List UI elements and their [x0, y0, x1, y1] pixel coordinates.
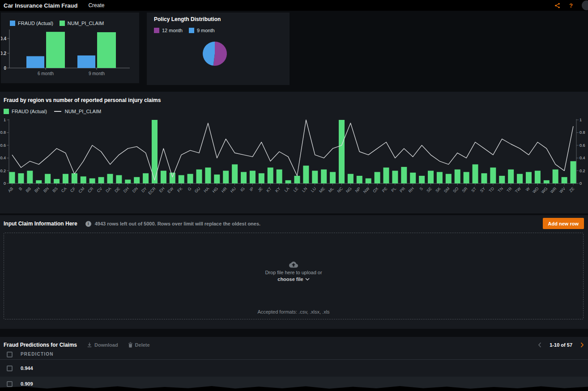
accepted-formats-text: Accepted formats: .csv, .xlsx, .xls	[4, 309, 583, 314]
svg-text:PE: PE	[381, 186, 388, 193]
svg-text:G: G	[187, 186, 192, 191]
predictions-toolbar: Fraud Predictions for Claims Download De…	[0, 340, 588, 350]
prev-page-button[interactable]	[538, 342, 541, 348]
svg-text:DH: DH	[123, 186, 130, 193]
svg-text:ECR: ECR	[147, 186, 157, 196]
svg-text:9 month: 9 month	[89, 71, 105, 76]
pie-chart-title: Policy Length Distribution	[154, 16, 221, 22]
numpiclaim-swatch	[60, 21, 65, 26]
add-new-row-button[interactable]: Add new row	[543, 218, 584, 229]
svg-text:EW: EW	[166, 186, 175, 194]
legend-label: NUM_PI_CLAIM	[68, 21, 104, 26]
svg-text:IG: IG	[239, 186, 246, 192]
fraud-swatch	[4, 109, 9, 114]
table-row: 0.944	[0, 360, 588, 377]
svg-text:KT: KT	[265, 186, 273, 193]
region-chart-title: Fraud by region vs number of reported pe…	[4, 97, 161, 103]
svg-text:0.4: 0.4	[1, 36, 6, 41]
svg-text:KY: KY	[274, 186, 281, 193]
svg-text:1: 1	[4, 118, 6, 122]
line-swatch	[54, 111, 61, 112]
minibar-legend: FRAUD (Actual) NUM_PI_CLAIM	[10, 21, 107, 26]
svg-text:0.4: 0.4	[0, 156, 6, 160]
input-section-title: Input Claim Information Here	[4, 221, 77, 227]
legend-item-fraud: FRAUD (Actual)	[10, 21, 53, 26]
trash-icon	[128, 342, 133, 348]
rows-left-text: 4943 rows left out of 5000. Rows over li…	[95, 221, 260, 226]
svg-text:LE: LE	[293, 186, 299, 193]
pie-chart	[147, 38, 290, 84]
svg-text:CM: CM	[78, 186, 85, 194]
svg-text:0.8: 0.8	[579, 130, 585, 135]
svg-text:W: W	[525, 186, 531, 192]
svg-text:0.4: 0.4	[579, 156, 585, 160]
pie-legend: 12 month 9 month	[154, 28, 218, 33]
svg-text:0.6: 0.6	[579, 143, 585, 148]
svg-text:BS: BS	[51, 186, 59, 193]
legend-item-12month: 12 month	[154, 28, 183, 33]
svg-text:JE: JE	[257, 186, 264, 193]
svg-text:HA: HA	[203, 186, 210, 193]
legend-item-numpiclaim: NUM_PI_CLAIM	[53, 109, 101, 114]
prediction-value: 0.944	[21, 366, 33, 371]
chevron-left-icon	[538, 342, 541, 348]
legend-item-numpiclaim: NUM_PI_CLAIM	[60, 21, 104, 26]
svg-text:DN: DN	[132, 186, 139, 193]
svg-text:TW: TW	[514, 186, 522, 194]
svg-text:6 month: 6 month	[38, 71, 54, 76]
svg-text:0: 0	[4, 66, 6, 71]
menu-create[interactable]: Create	[88, 2, 104, 8]
choose-file-label: choose file	[277, 276, 303, 282]
svg-text:TR: TR	[506, 186, 513, 193]
svg-text:0.6: 0.6	[0, 143, 6, 148]
svg-text:BN: BN	[43, 186, 50, 193]
choose-file-link[interactable]: choose file	[277, 276, 309, 282]
input-info-row: Input Claim Information Here i 4943 rows…	[4, 221, 260, 227]
legend-label: FRAUD (Actual)	[12, 109, 47, 114]
svg-text:CV: CV	[96, 186, 103, 193]
share-icon[interactable]	[554, 3, 560, 8]
combo-chart: 000.20.20.40.40.60.60.80.811ABBBBBHBNBSC…	[0, 115, 588, 209]
svg-text:BH: BH	[34, 186, 41, 193]
svg-text:1: 1	[579, 118, 582, 122]
svg-text:SR: SR	[461, 186, 469, 193]
nine-month-swatch	[189, 28, 194, 33]
svg-text:NG: NG	[345, 186, 353, 194]
drop-instruction: Drop file here to upload or	[265, 270, 322, 275]
input-section-header: Input Claim Information Here i 4943 rows…	[0, 215, 588, 232]
file-dropzone[interactable]: Drop file here to upload or choose file …	[4, 233, 584, 319]
delete-button[interactable]: Delete	[128, 342, 150, 348]
chevron-down-icon	[305, 278, 310, 280]
next-page-button[interactable]	[580, 342, 584, 348]
svg-text:ML: ML	[328, 186, 335, 193]
region-legend: FRAUD (Actual) NUM_PI_CLAIM	[4, 109, 105, 114]
svg-text:EH: EH	[158, 186, 166, 193]
svg-text:SM: SM	[443, 186, 451, 194]
delete-label: Delete	[135, 342, 150, 348]
svg-text:WD: WD	[532, 186, 540, 194]
legend-label: NUM_PI_CLAIM	[65, 109, 101, 114]
row-checkbox[interactable]	[7, 381, 13, 387]
svg-text:LU: LU	[310, 186, 317, 193]
card-input-claim: Input Claim Information Here i 4943 rows…	[0, 215, 588, 329]
avatar[interactable]	[582, 0, 588, 10]
svg-text:LN: LN	[301, 186, 308, 193]
svg-text:ZE: ZE	[568, 186, 575, 193]
svg-text:HG: HG	[212, 186, 219, 194]
row-checkbox[interactable]	[7, 366, 13, 371]
card-fraud-by-policy-length: FRAUD (Actual) NUM_PI_CLAIM 00.20.46 mon…	[1, 13, 139, 83]
svg-text:WR: WR	[550, 186, 558, 194]
svg-text:WG: WG	[541, 186, 549, 194]
help-icon[interactable]: ?	[569, 2, 573, 9]
svg-text:0.2: 0.2	[0, 169, 6, 173]
svg-text:S: S	[419, 186, 424, 191]
pagination-label: 1-10 of 57	[550, 342, 572, 348]
svg-text:0: 0	[579, 181, 582, 186]
svg-text:NP: NP	[354, 186, 362, 193]
download-button[interactable]: Download	[87, 342, 118, 348]
svg-text:0.2: 0.2	[1, 51, 6, 56]
svg-text:HU: HU	[230, 186, 237, 193]
dropzone-content: Drop file here to upload or choose file	[4, 261, 583, 282]
svg-text:0.2: 0.2	[579, 169, 585, 173]
select-all-checkbox[interactable]	[7, 352, 13, 357]
